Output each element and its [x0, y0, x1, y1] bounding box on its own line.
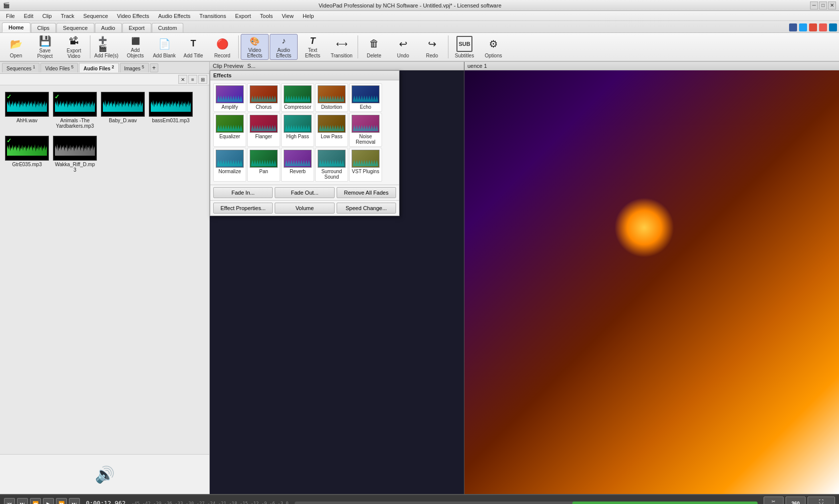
- effect-properties-button[interactable]: Effect Properties...: [213, 203, 273, 214]
- speed-change-button[interactable]: Speed Change...: [337, 203, 396, 214]
- volume-button[interactable]: Volume: [275, 203, 334, 214]
- effect-echo[interactable]: Echo: [349, 83, 382, 112]
- effect-vst[interactable]: VST Plugins: [349, 148, 382, 182]
- play-button[interactable]: ▶: [43, 498, 54, 504]
- menu-item-help[interactable]: Help: [299, 12, 318, 19]
- file-item[interactable]: ✓ AhHi.wav: [4, 89, 50, 131]
- tab-add[interactable]: +: [150, 63, 158, 72]
- undo-button[interactable]: ↩ Undo: [389, 34, 417, 60]
- save-project-button[interactable]: 💾 Save Project: [31, 34, 59, 60]
- tab-custom[interactable]: Custom: [152, 23, 184, 32]
- fade-in-button[interactable]: Fade In...: [213, 187, 273, 198]
- text-effects-button[interactable]: T Text Effects: [299, 34, 327, 60]
- effect-amplify[interactable]: Amplify: [213, 83, 246, 112]
- skip-start-button[interactable]: ⏮: [4, 498, 15, 504]
- menu-item-file[interactable]: File: [2, 12, 19, 19]
- menu-item-tools[interactable]: Tools: [256, 12, 277, 19]
- file-item[interactable]: Baby_D.wav: [100, 89, 146, 131]
- delete-item-btn[interactable]: ✕: [178, 75, 187, 84]
- tab-images[interactable]: Images 5: [120, 63, 149, 72]
- fast-forward-button[interactable]: ⏩: [56, 498, 67, 504]
- 360-button[interactable]: 360: [786, 497, 806, 504]
- subtitles-button[interactable]: SUB Subtitles: [450, 34, 478, 60]
- export-video-button[interactable]: 📽 Export Video: [60, 34, 88, 60]
- open-button[interactable]: 📂 Open: [2, 34, 30, 60]
- tab-audio[interactable]: Audio: [95, 23, 122, 32]
- effect-flanger[interactable]: Flanger: [247, 113, 280, 147]
- menu-item-export[interactable]: Export: [231, 12, 255, 19]
- linkedin-icon[interactable]: [829, 23, 837, 31]
- add-blank-button[interactable]: 📄 Add Blank: [150, 34, 178, 60]
- redo-button[interactable]: ↪ Redo: [418, 34, 446, 60]
- menu-item-audio-effects[interactable]: Audio Effects: [154, 12, 195, 19]
- video-effects-button[interactable]: 🎨 Video Effects: [241, 34, 269, 60]
- add-objects-button[interactable]: ⬛ Add Objects: [121, 34, 149, 60]
- effect-thumb-pan: [250, 150, 278, 168]
- transition-button[interactable]: ⟷ Transition: [328, 34, 356, 60]
- check-mark: ✓: [54, 93, 59, 100]
- close-btn[interactable]: ✕: [828, 1, 836, 9]
- effect-wave: [251, 158, 276, 166]
- effect-name-vst: VST Plugins: [352, 169, 380, 174]
- file-item[interactable]: ✓ Animals -The Yardbarkers.mp3: [52, 89, 98, 131]
- effect-wave: [251, 94, 276, 102]
- effect-thumb-echo: [352, 85, 380, 103]
- file-name: Baby_D.wav: [109, 118, 137, 123]
- subtitles-label: Subtitles: [455, 53, 474, 58]
- menu-item-sequence[interactable]: Sequence: [79, 12, 112, 19]
- effect-compressor[interactable]: Compressor: [281, 83, 314, 112]
- fullscreen-button[interactable]: ⛶ Full Screen: [808, 497, 835, 504]
- effect-normalize[interactable]: Normalize: [213, 148, 246, 182]
- tab-home[interactable]: Home: [2, 22, 30, 32]
- options-button[interactable]: ⚙ Options: [479, 34, 507, 60]
- audio-effects-button[interactable]: ♪ Audio Effects: [270, 34, 298, 60]
- record-button[interactable]: 🔴 Record: [208, 34, 236, 60]
- fade-out-button[interactable]: Fade Out...: [275, 187, 334, 198]
- file-item[interactable]: Wakka_Riff_D.mp3: [52, 133, 98, 175]
- menu-item-clip[interactable]: Clip: [38, 12, 56, 19]
- titlebar-controls[interactable]: ─ □ ✕: [810, 1, 836, 9]
- tab-sequence[interactable]: Sequence: [56, 23, 94, 32]
- list-view-btn[interactable]: ≡: [188, 75, 197, 84]
- prev-frame-button[interactable]: ⏭: [17, 498, 28, 504]
- rewind-button[interactable]: ⏪: [30, 498, 41, 504]
- delete-button[interactable]: 🗑 Delete: [360, 34, 388, 60]
- effect-pan[interactable]: Pan: [247, 148, 280, 182]
- effect-noiseremoval[interactable]: Noise Removal: [349, 113, 382, 147]
- twitter-icon[interactable]: [799, 23, 807, 31]
- effect-wave: [285, 123, 310, 131]
- split-button[interactable]: ✂ Split: [764, 497, 784, 504]
- tab-export[interactable]: Export: [122, 23, 151, 32]
- menu-item-edit[interactable]: Edit: [20, 12, 37, 19]
- effect-distortion[interactable]: Distortion: [315, 83, 348, 112]
- youtube-icon[interactable]: [819, 23, 827, 31]
- tab-video-files[interactable]: Video Files 5: [40, 63, 78, 72]
- maximize-btn[interactable]: □: [819, 1, 827, 9]
- effect-chorus[interactable]: Chorus: [247, 83, 280, 112]
- google-icon[interactable]: [809, 23, 817, 31]
- grid-view-btn[interactable]: ⊞: [198, 75, 207, 84]
- facebook-icon[interactable]: [789, 23, 797, 31]
- file-item[interactable]: bassEm031.mp3: [148, 89, 194, 131]
- file-item[interactable]: ✓ GtrE035.mp3: [4, 133, 50, 175]
- volume-bar[interactable]: [295, 502, 758, 504]
- effect-lowpass[interactable]: Low Pass: [315, 113, 348, 147]
- add-title-button[interactable]: T Add Title: [179, 34, 207, 60]
- menu-item-view[interactable]: View: [278, 12, 298, 19]
- tab-audio-files[interactable]: Audio Files 2: [79, 63, 118, 72]
- effect-equalizer[interactable]: Equalizer: [213, 113, 246, 147]
- record-label: Record: [214, 53, 230, 58]
- effect-thumb-chorus: [250, 85, 278, 103]
- effect-surround[interactable]: Surround Sound: [315, 148, 348, 182]
- remove-fades-button[interactable]: Remove All Fades: [337, 187, 396, 198]
- menu-item-video-effects[interactable]: Video Effects: [113, 12, 153, 19]
- menu-item-transitions[interactable]: Transitions: [195, 12, 230, 19]
- menu-item-track[interactable]: Track: [57, 12, 78, 19]
- tab-clips[interactable]: Clips: [31, 23, 56, 32]
- tab-sequences[interactable]: Sequences 1: [2, 63, 39, 72]
- effect-highpass[interactable]: High Pass: [281, 113, 314, 147]
- effect-reverb[interactable]: Reverb: [281, 148, 314, 182]
- skip-end-button[interactable]: ⏭: [69, 498, 80, 504]
- add-files-button[interactable]: ➕🎬 Add File(s): [92, 34, 120, 60]
- minimize-btn[interactable]: ─: [810, 1, 818, 9]
